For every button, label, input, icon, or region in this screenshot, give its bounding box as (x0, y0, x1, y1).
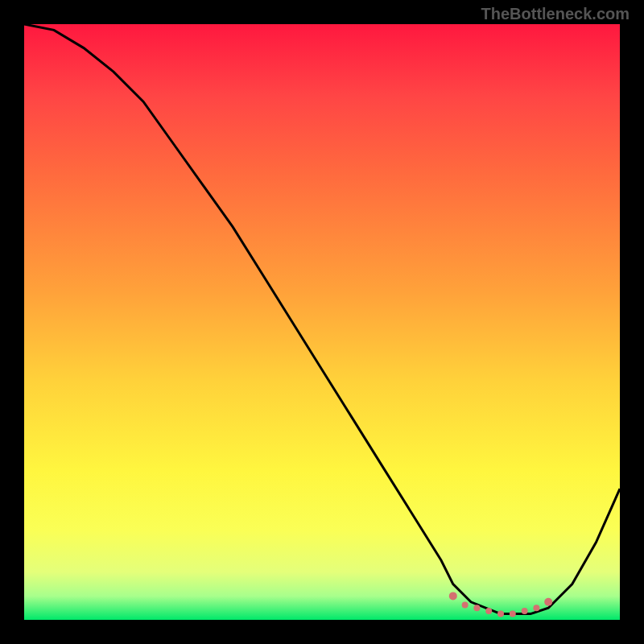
highlight-marker (449, 592, 457, 600)
highlight-marker (544, 598, 552, 606)
chart-svg (24, 24, 620, 620)
highlight-marker (510, 611, 516, 617)
highlight-marker (497, 611, 504, 617)
highlight-marker (462, 602, 469, 609)
watermark-text: TheBottleneck.com (481, 5, 630, 23)
highlight-marker (533, 605, 539, 611)
bottleneck-curve-line (24, 24, 620, 614)
highlight-marker (522, 608, 528, 614)
highlight-marker (485, 608, 492, 614)
chart-plot-area (24, 24, 620, 620)
highlight-marker (473, 605, 480, 611)
